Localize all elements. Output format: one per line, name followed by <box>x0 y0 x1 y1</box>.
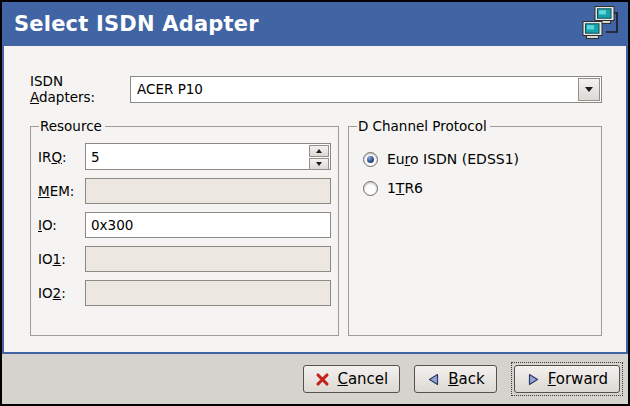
spin-up-button[interactable] <box>309 145 329 157</box>
forward-button[interactable]: Forward <box>514 365 620 393</box>
isdn-adapters-combobox[interactable]: ACER P10 <box>130 76 602 103</box>
mem-label: MEM: <box>38 183 85 199</box>
radio-label-1tr6[interactable]: 1TR6 <box>387 180 423 196</box>
d-channel-protocol-groupbox: D Channel Protocol Euro ISDN (EDSS1) 1TR… <box>348 118 602 336</box>
chevron-down-icon <box>585 87 593 96</box>
combobox-dropdown-button[interactable] <box>578 78 600 101</box>
io-label: IO: <box>38 217 85 233</box>
dialog-title: Select ISDN Adapter <box>14 12 582 36</box>
dialog-window: Select ISDN Adapter ISDN Adapters: ACER … <box>0 0 630 406</box>
mem-input <box>85 178 331 204</box>
d-channel-protocol-title: D Channel Protocol <box>357 118 490 134</box>
io2-label: IO2: <box>38 285 85 301</box>
cancel-button[interactable]: Cancel <box>303 365 400 393</box>
arrow-down-icon <box>316 162 322 169</box>
irq-spinbox[interactable] <box>85 143 331 170</box>
irq-spin-buttons <box>309 145 329 168</box>
irq-row: IRQ: <box>38 143 331 170</box>
dialog-content: ISDN Adapters: ACER P10 Resource IRQ: <box>4 46 626 352</box>
isdn-adapters-label: ISDN Adapters: <box>30 73 130 105</box>
back-button-label: Back <box>448 370 484 388</box>
io2-input <box>85 280 331 306</box>
network-computers-icon <box>582 5 620 43</box>
resource-groupbox: Resource IRQ: MEM: <box>30 118 339 336</box>
resource-groupbox-title: Resource <box>39 118 105 134</box>
isdn-adapters-row: ISDN Adapters: ACER P10 <box>30 73 602 105</box>
io2-row: IO2: <box>38 280 331 306</box>
isdn-adapters-selected-value: ACER P10 <box>131 81 577 97</box>
radio-button-icon[interactable] <box>363 181 378 196</box>
irq-input[interactable] <box>86 144 308 169</box>
default-button-focus-ring: Forward <box>511 362 623 396</box>
io1-row: IO1: <box>38 246 331 272</box>
forward-button-label: Forward <box>548 370 608 388</box>
radio-option-1tr6[interactable]: 1TR6 <box>363 180 594 196</box>
back-button[interactable]: Back <box>414 365 496 393</box>
mem-row: MEM: <box>38 178 331 204</box>
io-input[interactable] <box>85 212 331 238</box>
radio-button-icon[interactable] <box>363 152 378 167</box>
radio-option-euro-isdn[interactable]: Euro ISDN (EDSS1) <box>363 151 594 167</box>
radio-label-euro-isdn[interactable]: Euro ISDN (EDSS1) <box>387 151 519 167</box>
irq-label: IRQ: <box>38 149 85 165</box>
dialog-titlebar: Select ISDN Adapter <box>4 2 626 46</box>
dialog-button-bar: Cancel Back Forward <box>2 354 628 404</box>
cancel-button-label: Cancel <box>337 370 388 388</box>
spin-down-button[interactable] <box>309 158 329 170</box>
io1-label: IO1: <box>38 251 85 267</box>
io-row: IO: <box>38 212 331 238</box>
io1-input <box>85 246 331 272</box>
arrow-left-icon <box>426 372 441 387</box>
group-boxes: Resource IRQ: MEM: <box>30 118 602 336</box>
arrow-right-icon <box>526 372 541 387</box>
dialog-frame: Select ISDN Adapter ISDN Adapters: ACER … <box>2 2 628 354</box>
cancel-x-icon <box>315 372 330 387</box>
arrow-up-icon <box>316 146 322 153</box>
